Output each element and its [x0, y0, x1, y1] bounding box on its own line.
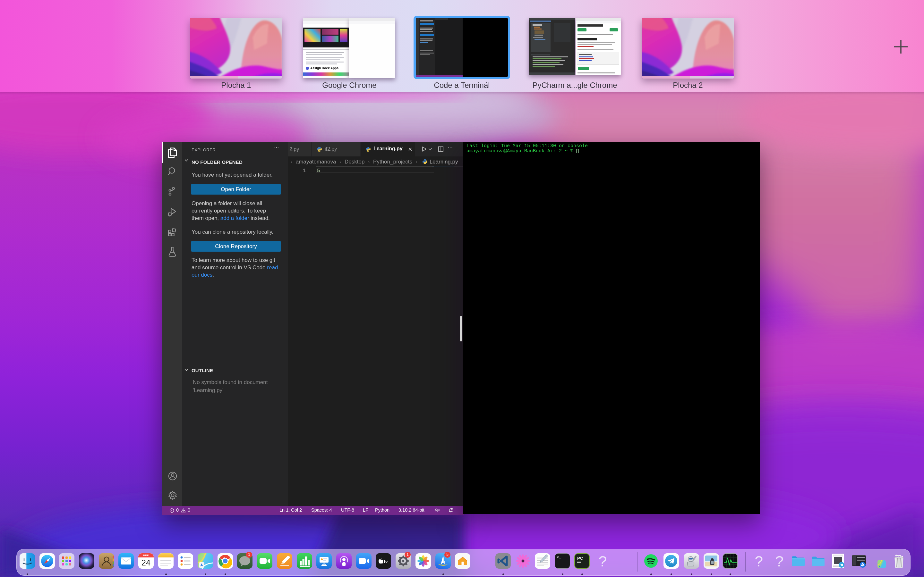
svg-text:tv: tv	[384, 559, 388, 564]
